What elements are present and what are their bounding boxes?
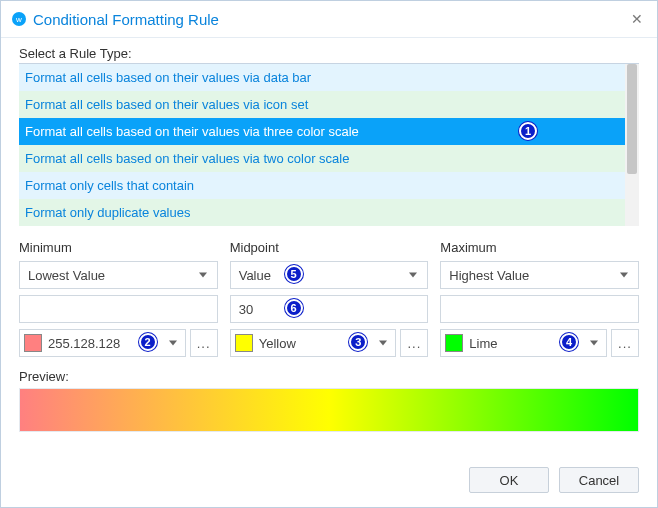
- callout-1: 1: [519, 122, 537, 140]
- minimum-value-input[interactable]: [19, 295, 218, 323]
- rule-item-selected[interactable]: Format all cells based on their values v…: [19, 118, 625, 145]
- callout-4: 4: [560, 333, 578, 351]
- maximum-color-select[interactable]: Lime 4: [440, 329, 607, 357]
- callout-3: 3: [349, 333, 367, 351]
- maximum-label: Maximum: [440, 240, 639, 255]
- svg-text:w: w: [15, 15, 22, 24]
- midpoint-color-select[interactable]: Yellow 3: [230, 329, 397, 357]
- dialog: w Conditional Formatting Rule ✕ Select a…: [0, 0, 658, 508]
- preview-gradient: [19, 388, 639, 432]
- maximum-color-name: Lime: [469, 336, 497, 351]
- minimum-type-value: Lowest Value: [28, 268, 105, 283]
- preview-label: Preview:: [19, 369, 639, 384]
- rule-item[interactable]: Format all cells based on their values v…: [19, 145, 625, 172]
- maximum-column: Maximum Highest Value Lime 4 ...: [440, 240, 639, 357]
- midpoint-label: Midpoint: [230, 240, 429, 255]
- callout-2: 2: [139, 333, 157, 351]
- minimum-column: Minimum Lowest Value 255.128.128 2 ...: [19, 240, 218, 357]
- dialog-title: Conditional Formatting Rule: [33, 11, 219, 28]
- rule-type-label: Select a Rule Type:: [19, 46, 639, 61]
- maximum-color-swatch: [445, 334, 463, 352]
- midpoint-color-name: Yellow: [259, 336, 296, 351]
- minimum-label: Minimum: [19, 240, 218, 255]
- midpoint-color-more-button[interactable]: ...: [400, 329, 428, 357]
- rule-item[interactable]: Format only cells that contain: [19, 172, 625, 199]
- close-button[interactable]: ✕: [627, 9, 647, 29]
- midpoint-value-input[interactable]: 30 6: [230, 295, 429, 323]
- app-logo-icon: w: [11, 11, 27, 27]
- midpoint-color-swatch: [235, 334, 253, 352]
- rule-list-area: Format all cells based on their values v…: [19, 63, 639, 226]
- rule-item[interactable]: Format all cells based on their values v…: [19, 64, 625, 91]
- maximum-type-select[interactable]: Highest Value: [440, 261, 639, 289]
- maximum-value-input[interactable]: [440, 295, 639, 323]
- cancel-button[interactable]: Cancel: [559, 467, 639, 493]
- maximum-color-more-button[interactable]: ...: [611, 329, 639, 357]
- rule-list-scrollbar[interactable]: [625, 63, 639, 226]
- titlebar: w Conditional Formatting Rule ✕: [1, 1, 657, 38]
- midpoint-type-value: Value: [239, 268, 271, 283]
- rule-item-label: Format all cells based on their values v…: [25, 124, 359, 139]
- minimum-color-swatch: [24, 334, 42, 352]
- scrollbar-thumb[interactable]: [627, 64, 637, 174]
- callout-6: 6: [285, 299, 303, 317]
- rule-list[interactable]: Format all cells based on their values v…: [19, 63, 625, 226]
- minimum-color-name: 255.128.128: [48, 336, 120, 351]
- minimum-color-more-button[interactable]: ...: [190, 329, 218, 357]
- midpoint-type-select[interactable]: Value 5: [230, 261, 429, 289]
- rule-item[interactable]: Format only duplicate values: [19, 199, 625, 226]
- midpoint-column: Midpoint Value 5 30 6 Yellow 3 ...: [230, 240, 429, 357]
- rule-item[interactable]: Format all cells based on their values v…: [19, 91, 625, 118]
- minimum-color-select[interactable]: 255.128.128 2: [19, 329, 186, 357]
- ok-button[interactable]: OK: [469, 467, 549, 493]
- minimum-type-select[interactable]: Lowest Value: [19, 261, 218, 289]
- midpoint-value-text: 30: [239, 302, 253, 317]
- maximum-type-value: Highest Value: [449, 268, 529, 283]
- callout-5: 5: [285, 265, 303, 283]
